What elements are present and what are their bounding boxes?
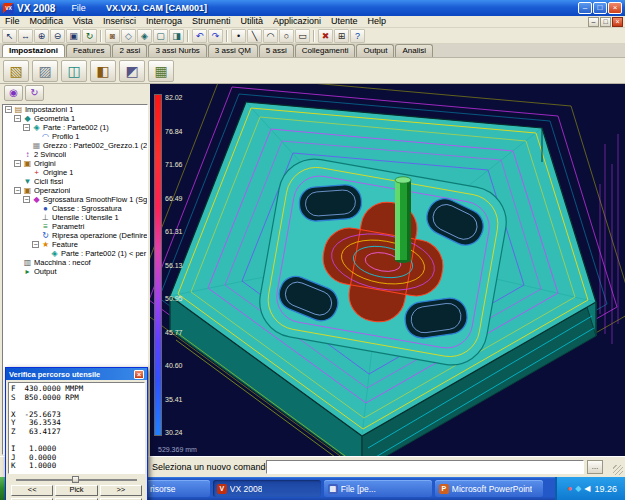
tab-output[interactable]: Output <box>356 44 394 57</box>
volume-tray-icon[interactable]: ◀ <box>584 485 590 493</box>
tree-item[interactable]: −▣Origini <box>3 159 147 168</box>
tree-expander-icon[interactable]: − <box>14 160 21 167</box>
step-forward-button[interactable]: >> <box>100 485 142 496</box>
arc-icon[interactable]: ◠ <box>263 29 278 43</box>
viewport-3d[interactable]: 82.0276.8471.6666.4961.3156.1350.9545.77… <box>150 84 625 456</box>
tree-expander-icon[interactable]: − <box>32 241 39 248</box>
menu-inserisci[interactable]: Inserisci <box>98 16 141 27</box>
tree-item[interactable]: ⊥Utensile : Utensile 1 <box>3 213 147 222</box>
tree-expander-icon[interactable]: − <box>23 124 30 131</box>
cam-tool-icon[interactable]: ◩ <box>119 60 145 82</box>
minimize-button[interactable]: – <box>578 2 592 14</box>
tree-expander-icon[interactable]: − <box>5 106 12 113</box>
taskbar-item-vx-2008[interactable]: VVX 2008 <box>213 480 321 497</box>
camera-icon[interactable]: ◉ <box>4 85 23 101</box>
taskbar-item-file-pe[interactable]: ▤File [pe... <box>324 480 432 497</box>
top-view-icon[interactable]: ▢ <box>153 29 168 43</box>
point-icon[interactable]: • <box>231 29 246 43</box>
tab-2-assi[interactable]: 2 assi <box>112 44 147 57</box>
tab-impostazioni[interactable]: Impostazioni <box>2 44 65 57</box>
tree-item[interactable]: ▼Cicli fissi <box>3 177 147 186</box>
tree-expander-icon[interactable]: − <box>23 196 30 203</box>
tree-item[interactable]: −▤Impostazioni 1 <box>3 105 147 114</box>
step-back-button[interactable]: << <box>11 485 53 496</box>
iso-view-icon[interactable]: ◈ <box>137 29 152 43</box>
menu-applicazioni[interactable]: Applicazioni <box>268 16 326 27</box>
menu-interroga[interactable]: Interroga <box>141 16 187 27</box>
orbit-icon[interactable]: ↻ <box>25 85 44 101</box>
tree-item[interactable]: ▥Macchina : necof <box>3 258 147 267</box>
tab-features[interactable]: Features <box>66 44 112 57</box>
help-icon[interactable]: ? <box>350 29 365 43</box>
tree-item[interactable]: ▦Grezzo : Parte002_Grezzo.1 (2) <box>3 141 147 150</box>
menu-help[interactable]: Help <box>363 16 392 27</box>
pan-icon[interactable]: ↔ <box>18 29 33 43</box>
command-input[interactable] <box>266 460 584 474</box>
front-view-icon[interactable]: ◨ <box>169 29 184 43</box>
zoom-out-icon[interactable]: ⊖ <box>50 29 65 43</box>
tree-item[interactable]: ●Classe : Sgrossatura <box>3 204 147 213</box>
select-icon[interactable]: ↖ <box>2 29 17 43</box>
mdi-close-button[interactable]: × <box>612 17 623 27</box>
tree-item[interactable]: ↕2 Svincoli <box>3 150 147 159</box>
tree-item[interactable]: −◆Geometria 1 <box>3 114 147 123</box>
erase-icon[interactable]: ✖ <box>318 29 333 43</box>
tree-expander-icon[interactable]: − <box>14 187 21 194</box>
menu-utilit[interactable]: Utilità <box>235 16 268 27</box>
tree-item[interactable]: −◆Sgrossatura SmoothFlow 1 (Sgrossatura … <box>3 195 147 204</box>
menu-bar: FileModificaVistaInserisciInterrogaStrum… <box>0 16 625 28</box>
tree-item[interactable]: ◈Parte : Parte002 (1) < per sitoVX <box>3 249 147 258</box>
dialog-title-bar[interactable]: Verifica percorso utensile × <box>6 368 147 380</box>
undo-icon[interactable]: ↶ <box>192 29 207 43</box>
cam-setup-icon[interactable]: ▧ <box>3 60 29 82</box>
close-button[interactable]: × <box>608 2 622 14</box>
menu-utente[interactable]: Utente <box>326 16 363 27</box>
position-readout: F 430.0000 MMPMS 850.0000 RPM X -25.6673… <box>8 382 145 474</box>
taskbar-item-microsoft-powerpoint[interactable]: PMicrosoft PowerPoint <box>435 480 543 497</box>
menu-vista[interactable]: Vista <box>68 16 98 27</box>
mdi-restore-button[interactable]: □ <box>600 17 611 27</box>
tree-expander-icon[interactable]: − <box>14 115 21 122</box>
clock: 19.26 <box>594 484 617 494</box>
tree-item[interactable]: ▸Output <box>3 267 147 276</box>
rectangle-icon[interactable]: ▭ <box>295 29 310 43</box>
refresh-icon[interactable]: ↻ <box>82 29 97 43</box>
zoom-in-icon[interactable]: ⊕ <box>34 29 49 43</box>
tree-item[interactable]: +Origine 1 <box>3 168 147 177</box>
maximize-button[interactable]: □ <box>593 2 607 14</box>
zoom-window-icon[interactable]: ▣ <box>66 29 81 43</box>
menu-modifica[interactable]: Modifica <box>25 16 69 27</box>
menu-strumenti[interactable]: Strumenti <box>187 16 236 27</box>
shaded-view-icon[interactable]: ◙ <box>105 29 120 43</box>
tree-item[interactable]: ◠Profilo 1 <box>3 132 147 141</box>
tree-item[interactable]: −◈Parte : Parte002 (1) <box>3 123 147 132</box>
menu-file[interactable]: File <box>0 16 25 27</box>
pick-button[interactable]: Pick <box>55 485 97 496</box>
tree-item[interactable]: −▣Operazioni <box>3 186 147 195</box>
cam-output-icon[interactable]: ▦ <box>148 60 174 82</box>
playback-speed-slider[interactable] <box>16 476 137 483</box>
mdi-minimize-button[interactable]: – <box>588 17 599 27</box>
redo-icon[interactable]: ↷ <box>208 29 223 43</box>
tab-5-assi[interactable]: 5 assi <box>259 44 294 57</box>
line-icon[interactable]: ╲ <box>247 29 262 43</box>
slider-thumb[interactable] <box>72 476 79 483</box>
tree-item[interactable]: ≡Parametri <box>3 222 147 231</box>
circle-icon[interactable]: ○ <box>279 29 294 43</box>
tree-item[interactable]: ↻Ripresa operazione (Definire) <box>3 231 147 240</box>
tab-analisi[interactable]: Analisi <box>395 44 433 57</box>
antivirus-tray-icon[interactable]: ● <box>567 485 572 493</box>
tab-collegamenti[interactable]: Collegamenti <box>295 44 356 57</box>
cam-stock-icon[interactable]: ▨ <box>32 60 58 82</box>
origin-icon: + <box>32 168 41 177</box>
cam-part-icon[interactable]: ◫ <box>61 60 87 82</box>
tab-3-assi-nurbs[interactable]: 3 assi Nurbs <box>148 44 206 57</box>
calculator-icon[interactable]: ⊞ <box>334 29 349 43</box>
wireframe-view-icon[interactable]: ◇ <box>121 29 136 43</box>
tree-item[interactable]: −★Feature <box>3 240 147 249</box>
network-tray-icon[interactable]: ◆ <box>575 485 581 493</box>
command-options-button[interactable]: … <box>587 460 603 474</box>
tab-3-assi-qm[interactable]: 3 assi QM <box>208 44 258 57</box>
cam-operation-icon[interactable]: ◧ <box>90 60 116 82</box>
dialog-close-icon[interactable]: × <box>134 370 144 379</box>
